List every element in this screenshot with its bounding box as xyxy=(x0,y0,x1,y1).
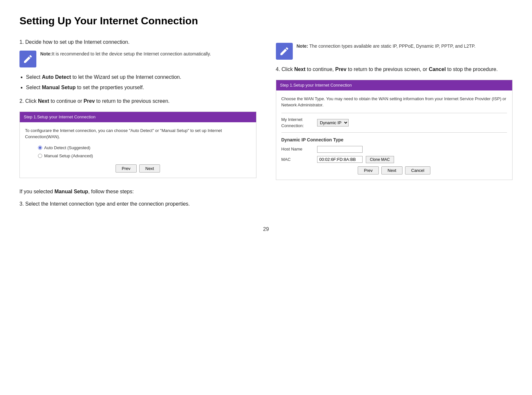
pencil-icon-2 xyxy=(279,46,290,56)
step3-text: 3. Select the Internet connection type a… xyxy=(19,200,256,208)
screenshot1-body: To configurare the Internet connection, … xyxy=(20,122,256,178)
screenshot2-next-button[interactable]: Next xyxy=(381,166,402,174)
page-number: 29 xyxy=(19,225,513,233)
step4-prev-bold: Prev xyxy=(335,66,347,72)
step4-cancel-bold: Cancel xyxy=(429,66,446,72)
auto-detect-label: Auto Detect xyxy=(42,74,71,80)
radio-manual-setup-label: Manual Setup (Advanced) xyxy=(44,153,93,159)
manual-setup-label: Manual Setup xyxy=(42,85,76,90)
screenshot1-desc: To configurare the Internet connection, … xyxy=(25,127,251,140)
divider-2 xyxy=(281,132,507,133)
bullet-list: Select Auto Detect to let the Wizard set… xyxy=(26,73,256,91)
step4-text: 4. Click Next to continue, Prev to retur… xyxy=(276,66,513,73)
connection-type-row: My Internet Connection: Dynamic IP Stati… xyxy=(281,116,507,129)
screenshot2-prev-button[interactable]: Prev xyxy=(358,166,379,174)
screenshot1-header: Step 1.Setup your Internet Connection xyxy=(20,112,256,122)
step2-text: 2. Click Next to continue or Prev to ret… xyxy=(19,97,256,105)
step2-next-bold: Next xyxy=(38,98,49,104)
screenshot2-body: Choose the WAN Type. You may need to obt… xyxy=(276,90,513,180)
note1-text: Note:It is recommended to let the device… xyxy=(40,51,211,57)
manual-setup-bold: Manual Setup xyxy=(55,189,88,194)
divider-1 xyxy=(281,113,507,113)
connection-select[interactable]: Dynamic IP Static IP PPPoE PPTP L2TP xyxy=(317,119,349,126)
note2-label: Note: xyxy=(297,43,308,49)
manual-setup-intro: If you selected Manual Setup, follow the… xyxy=(19,188,256,196)
host-name-row: Host Name xyxy=(281,146,507,153)
connection-label: My Internet Connection: xyxy=(281,116,314,129)
radio-auto-detect-input[interactable] xyxy=(38,146,42,150)
radio-manual-setup[interactable]: Manual Setup (Advanced) xyxy=(38,153,251,159)
list-item: Select Manual Setup to set the propertie… xyxy=(26,84,256,91)
page-title: Setting Up Your Internet Connection xyxy=(19,13,513,29)
note2-text: Note: The connection types available are… xyxy=(297,43,476,50)
step1-heading: 1. Decide how to set up the Internet con… xyxy=(19,38,256,46)
left-column: 1. Decide how to set up the Internet con… xyxy=(19,38,256,212)
wan-desc: Choose the WAN Type. You may need to obt… xyxy=(281,96,507,108)
note-box-1: Note:It is recommended to let the device… xyxy=(19,51,256,67)
step2-prev-bold: Prev xyxy=(83,98,95,104)
right-column: Note: The connection types available are… xyxy=(276,38,513,212)
dynamic-ip-heading: Dynamic IP Connection Type xyxy=(281,137,507,143)
screenshot-1: Step 1.Setup your Internet Connection To… xyxy=(19,112,256,178)
radio-group: Auto Detect (Suggested) Manual Setup (Ad… xyxy=(38,145,251,159)
note-box-2: Note: The connection types available are… xyxy=(276,43,513,60)
bottom-section: If you selected Manual Setup, follow the… xyxy=(19,188,256,208)
note-icon-2 xyxy=(276,43,293,60)
note-icon-1 xyxy=(19,51,36,67)
clone-mac-button[interactable]: Clone MAC xyxy=(366,156,394,163)
note1-label: Note: xyxy=(40,51,52,56)
host-name-label: Host Name xyxy=(281,146,314,152)
screenshot2-cancel-button[interactable]: Cancel xyxy=(405,166,430,174)
radio-manual-setup-input[interactable] xyxy=(38,154,42,158)
radio-auto-detect[interactable]: Auto Detect (Suggested) xyxy=(38,145,251,151)
screenshot-2: Step 1.Setup your Internet Connection Ch… xyxy=(276,80,513,180)
screenshot2-header: Step 1.Setup your Internet Connection xyxy=(276,80,513,90)
screenshot1-next-button[interactable]: Next xyxy=(139,164,160,173)
screenshot2-btn-row: Prev Next Cancel xyxy=(281,166,507,174)
screenshot1-btn-row: Prev Next xyxy=(25,164,251,173)
pencil-icon xyxy=(23,54,33,64)
host-name-input[interactable] xyxy=(317,146,363,153)
radio-auto-detect-label: Auto Detect (Suggested) xyxy=(44,145,90,151)
list-item: Select Auto Detect to let the Wizard set… xyxy=(26,73,256,81)
mac-input[interactable] xyxy=(317,156,363,163)
mac-row: MAC Clone MAC xyxy=(281,156,507,163)
step4-next-bold: Next xyxy=(294,66,305,72)
mac-label: MAC xyxy=(281,156,314,163)
screenshot1-prev-button[interactable]: Prev xyxy=(116,164,137,173)
